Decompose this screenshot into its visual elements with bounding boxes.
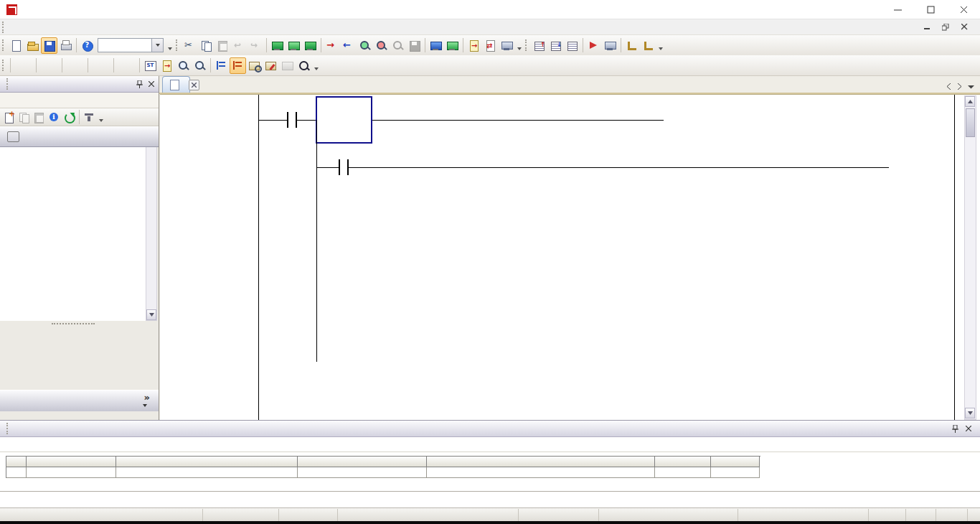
device-test-button[interactable] — [279, 57, 296, 74]
nav-paste-button[interactable] — [32, 110, 47, 125]
scroll-up-arrow[interactable] — [965, 96, 975, 107]
find-contact-button[interactable] — [192, 57, 208, 74]
error-row[interactable] — [6, 467, 760, 478]
nav-copy-button[interactable] — [17, 110, 32, 125]
paste-button[interactable] — [215, 37, 231, 54]
column-header[interactable] — [27, 457, 116, 467]
find-device-button[interactable] — [175, 57, 192, 74]
remote-operation-button[interactable] — [499, 37, 515, 54]
undo-button[interactable] — [231, 37, 248, 54]
edit-comment-button[interactable] — [159, 57, 175, 74]
print-button[interactable] — [57, 37, 74, 54]
navigation-close-button[interactable] — [149, 81, 154, 87]
output-close-button[interactable] — [966, 426, 971, 431]
output-coil[interactable] — [889, 157, 953, 177]
nav-view-button[interactable] — [0, 126, 159, 147]
ladder-symbol-button[interactable] — [39, 56, 60, 75]
menu-item[interactable] — [111, 25, 124, 29]
inline-st-insert-button[interactable] — [142, 57, 159, 74]
column-header[interactable] — [298, 457, 427, 467]
column-header[interactable] — [655, 457, 711, 467]
mdi-restore-button[interactable] — [940, 22, 951, 32]
cut-button[interactable] — [182, 37, 198, 54]
device-display-button[interactable] — [428, 37, 444, 54]
ladder-block-up-button[interactable] — [531, 37, 547, 54]
menu-item[interactable] — [60, 25, 72, 29]
program-check-button[interactable] — [585, 37, 602, 54]
splitter-grip[interactable] — [0, 321, 146, 327]
watch-window2-button[interactable] — [640, 37, 656, 54]
transfer-setup-button[interactable] — [482, 37, 499, 54]
scroll-down-arrow[interactable] — [146, 309, 156, 320]
minimize-button[interactable] — [881, 0, 914, 19]
ladder-editor[interactable] — [160, 94, 980, 420]
parameter-setting-button[interactable] — [269, 37, 286, 54]
ladder-symbol-button[interactable] — [13, 56, 34, 75]
device-monitor-button[interactable] — [286, 37, 302, 54]
copy-button[interactable] — [198, 37, 215, 54]
scroll-down-arrow[interactable] — [965, 408, 975, 418]
mdi-minimize-button[interactable] — [921, 22, 933, 32]
redo-button[interactable] — [248, 37, 264, 54]
editor-vscrollbar[interactable] — [964, 95, 976, 420]
ladder-symbol-button[interactable] — [90, 56, 111, 75]
column-header[interactable] — [711, 457, 760, 467]
project-combobox[interactable] — [98, 38, 164, 52]
toolbar-overflow-button[interactable] — [166, 37, 174, 53]
edit-cursor-cell[interactable] — [316, 96, 372, 144]
tab-scroll-right-button[interactable] — [957, 83, 962, 90]
ladder-split-button[interactable] — [564, 37, 580, 54]
scrollbar-thumb[interactable] — [966, 108, 975, 137]
nav-property-button[interactable] — [47, 110, 62, 125]
monitor-pause-button[interactable] — [390, 37, 406, 54]
menu-item[interactable] — [72, 25, 85, 29]
monitor-stop-button[interactable] — [373, 37, 390, 54]
close-button[interactable] — [947, 0, 980, 19]
output-grip[interactable] — [6, 423, 9, 434]
save-project-button[interactable] — [41, 37, 57, 54]
cross-reference-button[interactable] — [246, 57, 263, 74]
menubar-grip[interactable] — [2, 22, 5, 33]
output-compile-tab[interactable] — [0, 437, 980, 452]
combobox-dropdown-arrow[interactable] — [151, 39, 163, 52]
menu-item[interactable] — [8, 25, 21, 29]
toolbar-overflow-button[interactable] — [312, 57, 320, 73]
monitor-write-button[interactable] — [406, 37, 423, 54]
document-tab[interactable] — [162, 76, 190, 93]
watch-window1-button[interactable] — [623, 37, 640, 54]
read-from-plc-button[interactable] — [340, 37, 357, 54]
nav-filter-button[interactable] — [82, 110, 97, 125]
column-header[interactable] — [116, 457, 298, 467]
help-button[interactable] — [79, 37, 95, 54]
monitor-start-button[interactable] — [357, 37, 373, 54]
device-batch-button[interactable] — [444, 37, 461, 54]
verify-button[interactable] — [466, 37, 482, 54]
toolbar-grip[interactable] — [525, 39, 528, 51]
tree-scrollbar[interactable] — [146, 126, 157, 321]
pin-icon[interactable] — [136, 80, 143, 88]
ladder-symbol-button[interactable] — [65, 56, 85, 75]
connection-lines-write-button[interactable] — [230, 57, 246, 74]
column-header[interactable] — [427, 457, 655, 467]
toolbar-overflow-button[interactable] — [515, 37, 523, 53]
menu-item[interactable] — [124, 25, 137, 29]
nav-refresh-button[interactable] — [62, 110, 77, 125]
nav-new-data-button[interactable] — [1, 110, 17, 125]
program-transfer-button[interactable] — [602, 37, 618, 54]
toolbar-grip[interactable] — [2, 39, 5, 51]
toolbar-grip[interactable] — [176, 39, 179, 51]
menu-item[interactable] — [34, 25, 47, 29]
maximize-button[interactable] — [914, 0, 947, 19]
menu-item[interactable] — [21, 25, 34, 29]
menu-item[interactable] — [137, 25, 150, 29]
write-to-plc-button[interactable] — [324, 37, 340, 54]
navigation-grip[interactable] — [6, 78, 9, 90]
nav-filter-dropdown[interactable] — [97, 109, 105, 125]
open-project-button[interactable] — [24, 37, 41, 54]
nav-more-buttons-bar[interactable] — [0, 390, 159, 411]
tab-scroll-left-button[interactable] — [946, 83, 951, 90]
connection-setup-button[interactable] — [302, 37, 319, 54]
new-project-button[interactable] — [8, 37, 24, 54]
mdi-close-button[interactable] — [958, 22, 970, 32]
tab-close-button[interactable] — [189, 80, 199, 90]
